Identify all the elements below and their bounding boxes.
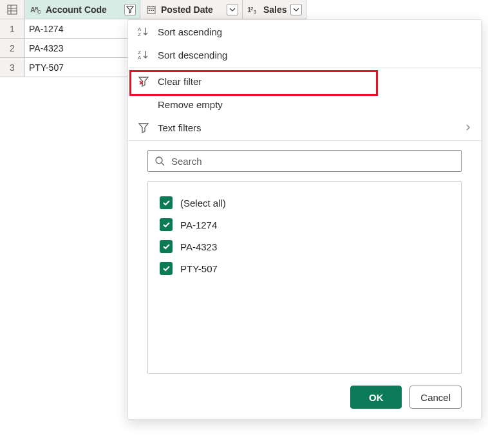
button-label: Cancel (420, 392, 451, 403)
menu-label: Text filters (158, 122, 202, 133)
column-dropdown-icon[interactable] (227, 4, 238, 15)
search-icon (155, 156, 165, 166)
filter-values-list: (Select all) PA-1274 PA-4323 PTY-507 (147, 181, 462, 374)
filter-value-row[interactable]: PA-4323 (160, 236, 449, 257)
sort-asc-icon: AZ (137, 26, 150, 37)
button-row: OK Cancel (128, 374, 481, 409)
ok-button[interactable]: OK (350, 386, 402, 409)
filter-value-label: PA-4323 (180, 241, 217, 252)
search-box[interactable] (147, 150, 462, 172)
text-filters-item[interactable]: Text filters (128, 116, 481, 139)
svg-text:A: A (138, 55, 142, 61)
menu-label: Clear filter (158, 76, 202, 87)
row-number: 2 (0, 38, 25, 58)
number-type-icon: 123 (247, 5, 261, 14)
row-number: 3 (0, 57, 25, 77)
table-icon (7, 5, 17, 15)
table-corner[interactable] (0, 0, 25, 19)
menu-separator (128, 68, 481, 68)
column-filter-popup: AZ Sort ascending ZA Sort descending Cle… (127, 19, 482, 420)
svg-rect-12 (151, 10, 152, 11)
date-type-icon (144, 5, 158, 15)
filter-icon (137, 122, 150, 133)
filter-value-label: PTY-507 (180, 263, 218, 274)
filter-value-row[interactable]: PTY-507 (160, 257, 449, 279)
chevron-right-icon (464, 124, 472, 131)
filter-value-label: PA-1274 (180, 219, 217, 230)
svg-text:Z: Z (138, 32, 141, 37)
cancel-button[interactable]: Cancel (409, 386, 462, 409)
column-header-label: Sales (263, 5, 287, 15)
filter-body: (Select all) PA-1274 PA-4323 PTY-507 (128, 142, 481, 374)
svg-rect-11 (149, 10, 150, 11)
sort-descending-item[interactable]: ZA Sort descending (128, 43, 481, 66)
svg-rect-0 (8, 5, 17, 14)
table-header-row: ABC Account Code Posted Date 123 Sales (0, 0, 488, 19)
menu-label: Remove empty (158, 99, 223, 110)
svg-rect-13 (153, 10, 154, 11)
menu-label: Sort ascending (158, 26, 222, 37)
cell-account-code[interactable]: PA-4323 (24, 38, 140, 58)
column-header-label: Posted Date (161, 5, 213, 15)
svg-text:C: C (37, 9, 41, 14)
button-label: OK (369, 392, 384, 403)
svg-text:3: 3 (254, 9, 257, 14)
sort-ascending-item[interactable]: AZ Sort ascending (128, 20, 481, 43)
cell-account-code[interactable]: PTY-507 (24, 57, 140, 77)
cell-account-code[interactable]: PA-1274 (24, 19, 140, 39)
column-header-posted-date[interactable]: Posted Date (140, 0, 243, 19)
svg-line-22 (162, 163, 164, 165)
select-all-row[interactable]: (Select all) (160, 192, 449, 214)
filter-value-label: (Select all) (180, 198, 226, 209)
menu-separator (128, 140, 481, 141)
filter-active-icon[interactable] (124, 4, 136, 15)
sort-desc-icon: ZA (137, 49, 150, 61)
filter-value-row[interactable]: PA-1274 (160, 214, 449, 236)
column-dropdown-icon[interactable] (290, 4, 302, 15)
text-type-icon: ABC (29, 5, 43, 14)
remove-empty-item[interactable]: Remove empty (128, 93, 481, 116)
column-header-label: Account Code (46, 5, 107, 15)
row-number: 1 (0, 19, 25, 39)
checkbox-checked-icon[interactable] (160, 262, 173, 275)
checkbox-checked-icon[interactable] (160, 196, 173, 209)
clear-filter-item[interactable]: Clear filter (128, 70, 481, 93)
svg-point-21 (156, 157, 162, 163)
column-header-account-code[interactable]: ABC Account Code (24, 0, 140, 19)
search-input[interactable] (170, 155, 455, 167)
column-header-sales[interactable]: 123 Sales (242, 0, 306, 19)
menu-label: Sort descending (158, 50, 227, 61)
clear-filter-icon (137, 75, 150, 87)
checkbox-checked-icon[interactable] (160, 218, 173, 231)
checkbox-checked-icon[interactable] (160, 240, 173, 253)
